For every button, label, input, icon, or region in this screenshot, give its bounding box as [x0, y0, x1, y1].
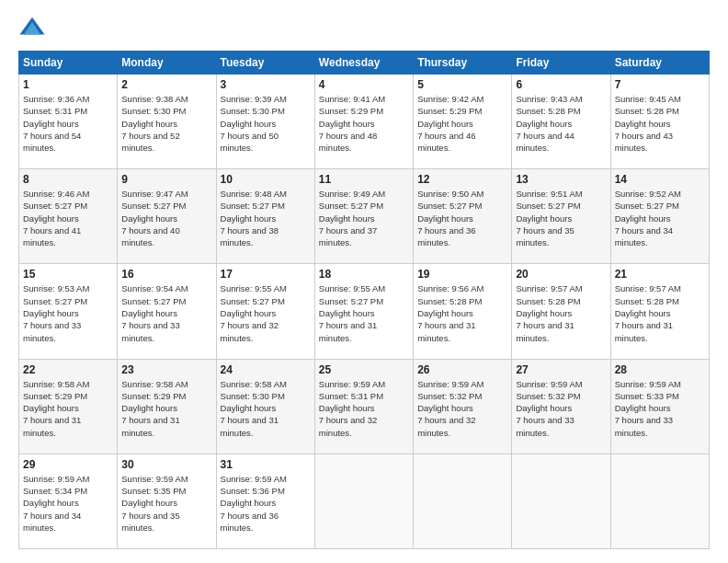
calendar-cell: 22 Sunrise: 9:58 AM Sunset: 5:29 PM Dayl…	[19, 359, 118, 454]
day-number: 21	[615, 268, 705, 281]
week-row-4: 22 Sunrise: 9:58 AM Sunset: 5:29 PM Dayl…	[19, 359, 710, 454]
calendar-table: SundayMondayTuesdayWednesdayThursdayFrid…	[18, 51, 710, 549]
day-info: Sunrise: 9:59 AM Sunset: 5:32 PM Dayligh…	[417, 378, 507, 439]
calendar-cell: 10 Sunrise: 9:48 AM Sunset: 5:27 PM Dayl…	[216, 169, 314, 264]
calendar-cell: 8 Sunrise: 9:46 AM Sunset: 5:27 PM Dayli…	[19, 169, 118, 264]
calendar-cell: 18 Sunrise: 9:55 AM Sunset: 5:27 PM Dayl…	[314, 264, 413, 359]
day-info: Sunrise: 9:51 AM Sunset: 5:27 PM Dayligh…	[516, 188, 606, 248]
calendar-cell: 6 Sunrise: 9:43 AM Sunset: 5:28 PM Dayli…	[512, 75, 610, 169]
week-row-3: 15 Sunrise: 9:53 AM Sunset: 5:27 PM Dayl…	[19, 264, 710, 359]
weekday-header-friday: Friday	[512, 52, 610, 75]
week-row-5: 29 Sunrise: 9:59 AM Sunset: 5:34 PM Dayl…	[19, 454, 710, 548]
day-number: 20	[516, 268, 606, 281]
calendar-cell: 7 Sunrise: 9:45 AM Sunset: 5:28 PM Dayli…	[610, 75, 709, 169]
calendar-cell: 25 Sunrise: 9:59 AM Sunset: 5:31 PM Dayl…	[314, 359, 413, 454]
calendar-cell	[314, 454, 413, 548]
day-info: Sunrise: 9:36 AM Sunset: 5:31 PM Dayligh…	[23, 93, 113, 154]
calendar-cell: 3 Sunrise: 9:39 AM Sunset: 5:30 PM Dayli…	[216, 75, 314, 169]
day-info: Sunrise: 9:59 AM Sunset: 5:35 PM Dayligh…	[121, 473, 211, 534]
day-number: 23	[121, 363, 211, 376]
logo-icon	[18, 14, 46, 41]
calendar-cell: 27 Sunrise: 9:59 AM Sunset: 5:32 PM Dayl…	[512, 359, 610, 454]
day-number: 30	[121, 458, 211, 471]
day-info: Sunrise: 9:58 AM Sunset: 5:29 PM Dayligh…	[121, 378, 211, 439]
day-number: 1	[23, 78, 113, 91]
calendar-cell: 16 Sunrise: 9:54 AM Sunset: 5:27 PM Dayl…	[118, 264, 216, 359]
weekday-header-saturday: Saturday	[610, 52, 709, 75]
page: SundayMondayTuesdayWednesdayThursdayFrid…	[0, 0, 728, 563]
day-info: Sunrise: 9:58 AM Sunset: 5:29 PM Dayligh…	[23, 378, 113, 439]
day-info: Sunrise: 9:57 AM Sunset: 5:28 PM Dayligh…	[516, 282, 606, 343]
header	[18, 14, 710, 41]
day-info: Sunrise: 9:59 AM Sunset: 5:34 PM Dayligh…	[23, 473, 113, 534]
day-number: 12	[417, 173, 507, 186]
calendar-cell: 1 Sunrise: 9:36 AM Sunset: 5:31 PM Dayli…	[19, 75, 118, 169]
day-number: 8	[23, 173, 113, 186]
day-number: 10	[221, 173, 311, 186]
day-info: Sunrise: 9:58 AM Sunset: 5:30 PM Dayligh…	[221, 378, 311, 439]
calendar-cell: 30 Sunrise: 9:59 AM Sunset: 5:35 PM Dayl…	[118, 454, 216, 548]
day-info: Sunrise: 9:47 AM Sunset: 5:27 PM Dayligh…	[121, 188, 211, 248]
calendar-cell: 21 Sunrise: 9:57 AM Sunset: 5:28 PM Dayl…	[610, 264, 709, 359]
day-info: Sunrise: 9:38 AM Sunset: 5:30 PM Dayligh…	[121, 93, 211, 154]
calendar-cell	[610, 454, 709, 548]
calendar-cell: 11 Sunrise: 9:49 AM Sunset: 5:27 PM Dayl…	[314, 169, 413, 264]
day-number: 29	[23, 458, 113, 471]
day-info: Sunrise: 9:45 AM Sunset: 5:28 PM Dayligh…	[615, 93, 705, 154]
calendar-cell: 23 Sunrise: 9:58 AM Sunset: 5:29 PM Dayl…	[118, 359, 216, 454]
calendar-cell: 12 Sunrise: 9:50 AM Sunset: 5:27 PM Dayl…	[414, 169, 512, 264]
day-number: 11	[319, 173, 409, 186]
day-number: 25	[319, 363, 409, 376]
day-info: Sunrise: 9:46 AM Sunset: 5:27 PM Dayligh…	[23, 188, 113, 248]
day-info: Sunrise: 9:59 AM Sunset: 5:33 PM Dayligh…	[615, 378, 705, 439]
day-info: Sunrise: 9:55 AM Sunset: 5:27 PM Dayligh…	[221, 282, 311, 343]
day-info: Sunrise: 9:52 AM Sunset: 5:27 PM Dayligh…	[615, 188, 705, 248]
day-number: 27	[516, 363, 606, 376]
day-number: 28	[615, 363, 705, 376]
calendar-cell	[512, 454, 610, 548]
calendar-cell: 24 Sunrise: 9:58 AM Sunset: 5:30 PM Dayl…	[216, 359, 314, 454]
day-number: 19	[417, 268, 507, 281]
calendar-cell: 31 Sunrise: 9:59 AM Sunset: 5:36 PM Dayl…	[216, 454, 314, 548]
day-number: 2	[121, 78, 211, 91]
calendar-cell: 29 Sunrise: 9:59 AM Sunset: 5:34 PM Dayl…	[19, 454, 118, 548]
logo	[18, 14, 51, 41]
day-info: Sunrise: 9:59 AM Sunset: 5:32 PM Dayligh…	[516, 378, 606, 439]
calendar-cell: 15 Sunrise: 9:53 AM Sunset: 5:27 PM Dayl…	[19, 264, 118, 359]
day-number: 4	[319, 78, 409, 91]
day-info: Sunrise: 9:41 AM Sunset: 5:29 PM Dayligh…	[319, 93, 409, 154]
day-number: 7	[615, 78, 705, 91]
day-info: Sunrise: 9:49 AM Sunset: 5:27 PM Dayligh…	[319, 188, 409, 248]
day-info: Sunrise: 9:55 AM Sunset: 5:27 PM Dayligh…	[319, 282, 409, 343]
day-number: 18	[319, 268, 409, 281]
day-info: Sunrise: 9:53 AM Sunset: 5:27 PM Dayligh…	[23, 282, 113, 343]
day-info: Sunrise: 9:56 AM Sunset: 5:28 PM Dayligh…	[417, 282, 507, 343]
day-info: Sunrise: 9:54 AM Sunset: 5:27 PM Dayligh…	[121, 282, 211, 343]
week-row-2: 8 Sunrise: 9:46 AM Sunset: 5:27 PM Dayli…	[19, 169, 710, 264]
day-info: Sunrise: 9:48 AM Sunset: 5:27 PM Dayligh…	[221, 188, 311, 248]
day-number: 15	[23, 268, 113, 281]
calendar-cell: 5 Sunrise: 9:42 AM Sunset: 5:29 PM Dayli…	[414, 75, 512, 169]
calendar-cell: 4 Sunrise: 9:41 AM Sunset: 5:29 PM Dayli…	[314, 75, 413, 169]
day-info: Sunrise: 9:59 AM Sunset: 5:31 PM Dayligh…	[319, 378, 409, 439]
day-info: Sunrise: 9:39 AM Sunset: 5:30 PM Dayligh…	[221, 93, 311, 154]
weekday-header-sunday: Sunday	[19, 52, 118, 75]
calendar-cell: 19 Sunrise: 9:56 AM Sunset: 5:28 PM Dayl…	[414, 264, 512, 359]
day-number: 26	[417, 363, 507, 376]
weekday-header-monday: Monday	[118, 52, 216, 75]
week-row-1: 1 Sunrise: 9:36 AM Sunset: 5:31 PM Dayli…	[19, 75, 710, 169]
weekday-header-thursday: Thursday	[414, 52, 512, 75]
day-info: Sunrise: 9:57 AM Sunset: 5:28 PM Dayligh…	[615, 282, 705, 343]
day-number: 17	[221, 268, 311, 281]
day-number: 14	[615, 173, 705, 186]
weekday-header-wednesday: Wednesday	[314, 52, 413, 75]
calendar-cell	[414, 454, 512, 548]
day-number: 5	[417, 78, 507, 91]
calendar-cell: 13 Sunrise: 9:51 AM Sunset: 5:27 PM Dayl…	[512, 169, 610, 264]
calendar-cell: 17 Sunrise: 9:55 AM Sunset: 5:27 PM Dayl…	[216, 264, 314, 359]
day-number: 6	[516, 78, 606, 91]
calendar-cell: 26 Sunrise: 9:59 AM Sunset: 5:32 PM Dayl…	[414, 359, 512, 454]
day-info: Sunrise: 9:42 AM Sunset: 5:29 PM Dayligh…	[417, 93, 507, 154]
day-number: 24	[221, 363, 311, 376]
calendar-cell: 28 Sunrise: 9:59 AM Sunset: 5:33 PM Dayl…	[610, 359, 709, 454]
